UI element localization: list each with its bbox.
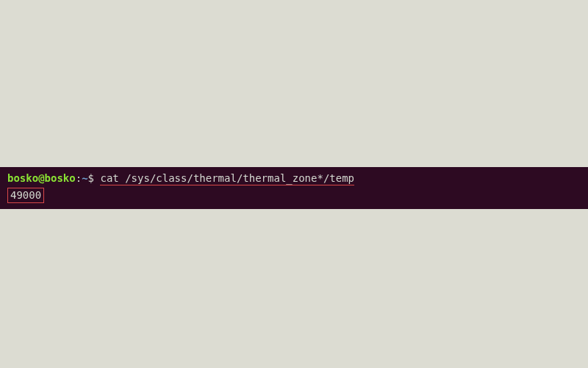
output-value: 49000	[7, 188, 44, 204]
prompt-line: bosko@bosko:~$ cat /sys/class/thermal/th…	[7, 171, 581, 186]
terminal-window[interactable]: bosko@bosko:~$ cat /sys/class/thermal/th…	[0, 167, 588, 209]
prompt-user-host: bosko@bosko	[7, 172, 76, 184]
output-line: 49000	[7, 188, 581, 204]
prompt-path: ~	[82, 172, 87, 184]
prompt-symbol: $	[88, 172, 94, 184]
command-text: cat /sys/class/thermal/thermal_zone*/tem…	[100, 172, 354, 185]
prompt-colon: :	[76, 172, 82, 184]
